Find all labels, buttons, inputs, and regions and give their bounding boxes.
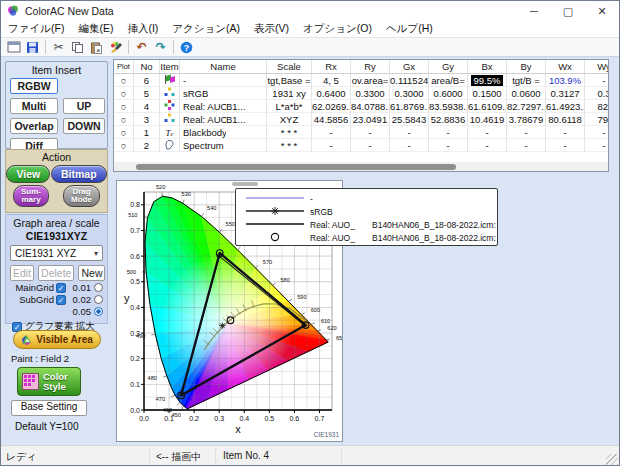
column-header-gx[interactable]: Gx: [390, 60, 429, 73]
close-button[interactable]: ✕: [585, 1, 619, 21]
down-button[interactable]: DOWN: [63, 118, 105, 134]
column-header-plot[interactable]: Plot: [114, 60, 134, 73]
visible-area-button[interactable]: Visible Area: [13, 330, 101, 349]
table-cell: -: [468, 126, 507, 139]
rgbw-button[interactable]: RGBW: [10, 78, 58, 94]
table-row[interactable]: ○2Spectrum Locus* * *--------: [114, 139, 608, 152]
table-cell: 25.5843: [390, 113, 429, 126]
legend-label: -: [310, 194, 372, 204]
legend-marker-line-star: [236, 205, 310, 219]
menu-options[interactable]: オプション(O): [296, 22, 379, 36]
paste-icon[interactable]: a: [87, 39, 106, 56]
view-button[interactable]: View: [6, 165, 50, 183]
column-header-wx[interactable]: Wx: [546, 60, 585, 73]
resize-grip[interactable]: [606, 454, 618, 466]
summary-button[interactable]: Sum- mary: [13, 185, 49, 207]
visible-area-label: Visible Area: [36, 334, 93, 345]
drag-mode-button[interactable]: Drag Mode: [63, 185, 100, 207]
legend-file-label: B140HAN06_B_18-08-2022.icm: luminan: [372, 233, 497, 243]
table-cell: 3: [134, 113, 160, 126]
menu-help[interactable]: ヘルプ(H): [379, 22, 440, 36]
multi-button[interactable]: Multi: [10, 98, 58, 114]
svg-text:0.0: 0.0: [139, 415, 149, 422]
column-header-item[interactable]: Item: [160, 60, 180, 73]
table-cell: 0.111524: [390, 74, 429, 87]
svg-text:0.4: 0.4: [130, 304, 140, 311]
color-style-line2: Style: [43, 381, 66, 392]
table-cell: 44.5856: [312, 113, 351, 126]
legend-entry[interactable]: Real: AUO_ B140HAN06_B_18-08-2022.icm: l…: [236, 218, 497, 231]
menu-action[interactable]: アクション(A): [165, 22, 247, 36]
table-horizontal-scrollbar[interactable]: [114, 162, 608, 171]
minimize-button[interactable]: ─: [517, 1, 551, 21]
help-icon[interactable]: ?: [177, 39, 196, 56]
scale-dropdown[interactable]: CIE1931 XYZ ▾: [10, 245, 103, 261]
action-title: Action: [6, 151, 107, 163]
table-cell: 4: [134, 100, 160, 113]
redo-icon[interactable]: ↷: [151, 39, 170, 56]
color-style-button[interactable]: Color Style: [17, 367, 81, 396]
column-header-gy[interactable]: Gy: [429, 60, 468, 73]
copy-icon[interactable]: [68, 39, 87, 56]
up-button[interactable]: UP: [63, 98, 105, 114]
column-header-ry[interactable]: Ry: [351, 60, 390, 73]
grid-size-005-radio[interactable]: [94, 307, 103, 316]
column-header-scale[interactable]: Scale: [267, 60, 312, 73]
table-row[interactable]: ○4Real: AUO_B1...L*a*b*62.0269...84.0788…: [114, 100, 608, 113]
delete-button[interactable]: Delete: [38, 265, 74, 281]
menu-edit[interactable]: 編集(E): [71, 22, 120, 36]
table-row[interactable]: ○6-tgt,Base =4, 5ov.area=0.111524area/B=…: [114, 74, 608, 87]
table-cell: -: [429, 139, 468, 152]
status-ready: レディ: [6, 450, 37, 464]
menu-view[interactable]: 表示(V): [247, 22, 296, 36]
table-row[interactable]: ○1TcBlackbody Locus* * *--------: [114, 126, 608, 139]
legend-scrollbar[interactable]: [232, 182, 266, 187]
menu-insert[interactable]: 挿入(I): [120, 22, 165, 36]
svg-text:470: 470: [156, 396, 165, 402]
svg-text:590: 590: [297, 294, 306, 300]
column-header-wy[interactable]: Wy: [585, 60, 609, 73]
column-header-rx[interactable]: Rx: [312, 60, 351, 73]
maingrid-checkbox[interactable]: ✓: [56, 283, 66, 293]
column-header-no[interactable]: No: [134, 60, 160, 73]
table-row[interactable]: ○5sRGB1931 xy0.64000.33000.30000.60000.1…: [114, 87, 608, 100]
svg-text:600: 600: [311, 307, 320, 313]
undo-icon[interactable]: ↶: [132, 39, 151, 56]
graph-scale-group: Graph area / scale CIE1931XYZ CIE1931 XY…: [5, 214, 108, 324]
svg-text:500: 500: [127, 269, 136, 275]
scale-dropdown-value: CIE1931 XYZ: [15, 248, 76, 259]
table-cell: 5: [134, 87, 160, 100]
new-window-icon[interactable]: [4, 39, 23, 56]
table-cell: -: [585, 126, 609, 139]
item-name: sRGB: [180, 87, 267, 100]
item-name: Spectrum Locus: [180, 139, 267, 152]
maximize-button[interactable]: ▢: [551, 1, 585, 21]
edit-button[interactable]: Edit: [10, 265, 34, 281]
column-header-bx[interactable]: Bx: [468, 60, 507, 73]
new-button[interactable]: New: [78, 265, 105, 281]
overlap-button[interactable]: Overlap: [10, 118, 58, 134]
grid-size-001-radio[interactable]: [94, 283, 103, 292]
table-cell: 0.3: [585, 87, 609, 100]
svg-text:0.2: 0.2: [130, 355, 140, 362]
table-row[interactable]: ○3Real: AUO_B1...XYZ44.585623.049125.584…: [114, 113, 608, 126]
cut-icon[interactable]: ✂: [49, 39, 68, 56]
column-header-name[interactable]: Name: [180, 60, 267, 73]
save-icon[interactable]: [23, 39, 42, 56]
tc-icon: Tc: [160, 126, 180, 139]
bitmap-button[interactable]: Bitmap: [51, 165, 107, 183]
legend-entry[interactable]: -: [236, 192, 497, 205]
legend-entry[interactable]: Real: AUO_ B140HAN06_B_18-08-2022.icm: l…: [236, 231, 497, 244]
svg-text:0.6: 0.6: [130, 253, 140, 260]
grid-size-002-radio[interactable]: [94, 295, 103, 304]
scrollbar-thumb[interactable]: [136, 164, 456, 170]
base-setting-button[interactable]: Base Setting: [11, 400, 87, 416]
svg-text:0.1: 0.1: [164, 415, 174, 422]
menu-file[interactable]: ファイル(F): [1, 22, 71, 36]
legend-scrollbar-thumb[interactable]: [232, 182, 258, 186]
subgrid-checkbox[interactable]: ✓: [56, 295, 66, 305]
item-insert-title: Item Insert: [6, 64, 107, 76]
legend-entry[interactable]: sRGB: [236, 205, 497, 218]
column-header-by[interactable]: By: [507, 60, 546, 73]
color-brush-icon[interactable]: [106, 39, 125, 56]
